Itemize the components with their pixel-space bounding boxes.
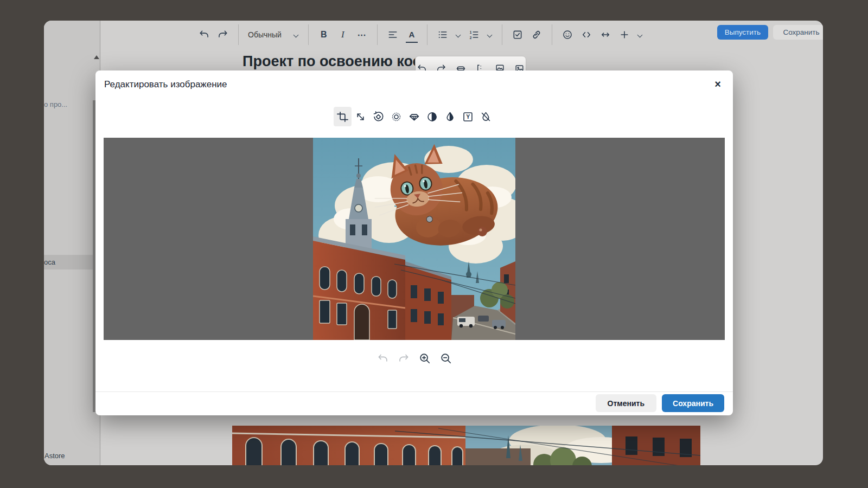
crop-tool-icon[interactable] [334,107,352,126]
rotate-tool-icon[interactable] [369,107,387,126]
undo-icon[interactable] [198,27,210,43]
emoji-icon[interactable] [561,27,573,43]
full-width-icon[interactable] [599,27,611,43]
editor-toolbar: Обычный B I ⋯ A 12 [198,21,643,49]
resize-tool-icon[interactable] [352,107,369,126]
bulleted-list-icon[interactable] [437,27,449,43]
chevron-down-icon [293,32,299,37]
toolbar-separator [427,24,427,45]
paragraph-style-value: Обычный [248,30,282,39]
redo-icon[interactable] [217,27,229,43]
toolbar-separator [552,24,552,45]
zoom-out-icon[interactable] [439,351,453,365]
document-image[interactable] [232,426,700,465]
svg-text:2: 2 [470,36,472,40]
cancel-button[interactable]: Отменить [596,394,656,412]
modal-title: Редактировать изображение [104,79,227,90]
more-formats-button[interactable]: ⋯ [356,27,368,43]
link-icon[interactable] [531,27,542,43]
sidebar-item[interactable]: о про... [44,100,67,108]
svg-text:1: 1 [470,30,472,34]
sidebar: о про... оса Astore [44,21,100,465]
scroll-up-arrow-icon[interactable] [94,55,99,59]
bold-button[interactable]: B [318,27,330,43]
modal-footer: Отменить Сохранить [596,394,724,412]
toolbar-separator [502,24,502,45]
edit-canvas[interactable] [104,138,725,340]
code-icon[interactable] [580,27,592,43]
sidebar-account-label[interactable]: Astore [44,452,65,460]
chevron-down-icon[interactable] [456,32,461,37]
toolbar-separator [238,24,239,45]
zoom-in-icon[interactable] [418,351,432,365]
checklist-icon[interactable] [512,27,524,43]
undo-icon[interactable] [375,351,390,365]
insert-plus-icon[interactable] [618,27,630,43]
saturation-tool-icon[interactable] [441,107,459,126]
align-icon[interactable] [387,27,399,43]
publish-button[interactable]: Выпустить [717,25,768,40]
image-preview[interactable] [313,138,515,340]
svg-text:Y: Y [466,113,470,120]
toolbar-separator [308,24,309,45]
gamma-tool-icon[interactable]: Y [459,107,477,126]
top-actions: Выпустить Сохранить [717,25,823,40]
brightness-tool-icon[interactable] [387,107,405,126]
paragraph-style-select[interactable]: Обычный [248,30,299,39]
history-controls [95,351,733,365]
italic-button[interactable]: I [337,27,349,43]
toolbar-separator [377,24,378,45]
chevron-down-icon[interactable] [637,32,643,37]
save-draft-button[interactable]: Сохранить [773,25,823,40]
chevron-down-icon[interactable] [487,32,493,37]
numbered-list-icon[interactable]: 12 [468,27,480,43]
blur-tool-icon[interactable] [477,107,495,126]
enhance-tool-icon[interactable] [405,107,423,126]
sidebar-item-selected[interactable]: оса [44,255,100,269]
redo-icon[interactable] [397,351,411,365]
footer-divider [95,391,733,392]
image-tools-toolbar: Y [95,107,733,126]
contrast-tool-icon[interactable] [423,107,441,126]
close-icon[interactable]: × [714,77,721,91]
save-button[interactable]: Сохранить [662,394,724,412]
image-edit-modal: Редактировать изображение × Y [95,70,733,415]
document-title[interactable]: Проект по освоению кос [242,53,421,70]
text-color-button[interactable]: A [406,27,418,43]
